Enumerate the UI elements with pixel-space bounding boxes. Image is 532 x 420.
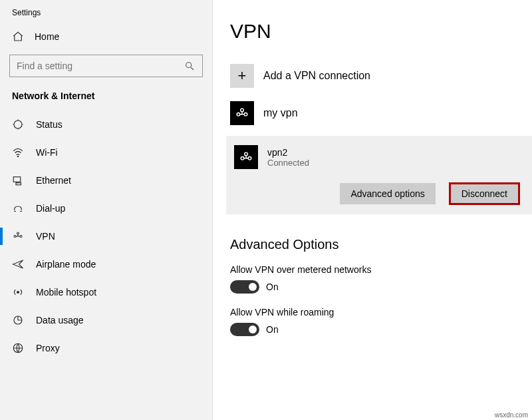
- sidebar-item-label: Status: [36, 119, 63, 130]
- home-button[interactable]: Home: [0, 24, 212, 49]
- svg-rect-3: [13, 177, 21, 182]
- vpn-item-name: my vpn: [263, 107, 298, 119]
- sidebar-item-label: Data usage: [36, 315, 84, 325]
- sidebar-item-airplane[interactable]: Airplane mode: [0, 250, 212, 278]
- disconnect-button[interactable]: Disconnect: [449, 182, 520, 205]
- sidebar-item-label: Airplane mode: [36, 259, 96, 270]
- svg-point-5: [14, 236, 16, 238]
- sidebar-item-status[interactable]: Status: [0, 110, 212, 138]
- svg-point-1: [14, 120, 22, 128]
- add-vpn-label: Add a VPN connection: [263, 70, 370, 82]
- section-label: Network & Internet: [0, 85, 212, 110]
- airplane-icon: [12, 258, 24, 270]
- advanced-options-heading: Advanced Options: [230, 237, 532, 252]
- svg-rect-4: [16, 183, 21, 185]
- add-vpn-button[interactable]: + Add a VPN connection: [226, 61, 532, 91]
- sidebar-item-vpn[interactable]: VPN: [0, 222, 212, 250]
- vpn-item-vpn2[interactable]: vpn2 Connected Advanced options Disconne…: [226, 136, 532, 214]
- status-icon: [12, 118, 24, 130]
- vpn-icon: [12, 230, 24, 242]
- wifi-icon: [12, 146, 24, 158]
- proxy-icon: [12, 342, 24, 354]
- datausage-icon: [12, 314, 24, 326]
- search-field[interactable]: [17, 61, 176, 71]
- svg-point-7: [17, 232, 19, 234]
- watermark: wsxdn.com: [495, 411, 528, 419]
- sidebar-item-proxy[interactable]: Proxy: [0, 334, 212, 362]
- svg-point-12: [244, 113, 247, 116]
- toggle-roaming-state: On: [266, 324, 279, 335]
- svg-point-15: [248, 157, 251, 160]
- sidebar-item-wifi[interactable]: Wi-Fi: [0, 138, 212, 166]
- home-icon: [12, 31, 24, 43]
- sidebar-item-datausage[interactable]: Data usage: [0, 306, 212, 334]
- plus-icon: +: [230, 64, 254, 88]
- hotspot-icon: [12, 286, 24, 298]
- svg-point-0: [186, 63, 192, 68]
- vpn-network-icon: [234, 145, 258, 169]
- dialup-icon: [12, 202, 24, 214]
- sidebar-item-label: Proxy: [36, 343, 60, 353]
- svg-point-6: [20, 236, 22, 238]
- vpn-item-name: vpn2: [267, 147, 309, 158]
- toggle-metered-state: On: [266, 282, 279, 292]
- page-title: VPN: [226, 20, 532, 43]
- svg-point-8: [17, 292, 19, 294]
- svg-point-13: [241, 108, 244, 112]
- toggle-roaming[interactable]: [230, 323, 259, 336]
- option-metered-label: Allow VPN over metered networks: [230, 264, 528, 275]
- svg-point-2: [17, 156, 19, 157]
- sidebar-item-ethernet[interactable]: Ethernet: [0, 166, 212, 194]
- sidebar-item-hotspot[interactable]: Mobile hotspot: [0, 278, 212, 306]
- ethernet-icon: [12, 174, 24, 186]
- vpn-item-status: Connected: [267, 158, 309, 168]
- window-title: Settings: [0, 5, 212, 24]
- sidebar-item-label: Dial-up: [36, 203, 65, 214]
- svg-point-16: [245, 152, 248, 156]
- svg-point-14: [241, 157, 244, 160]
- advanced-options-button[interactable]: Advanced options: [340, 183, 435, 204]
- vpn-network-icon: [230, 101, 254, 125]
- search-icon: [184, 60, 196, 72]
- svg-point-11: [237, 113, 240, 116]
- main-panel: VPN + Add a VPN connection my vpn vpn: [213, 0, 532, 420]
- sidebar-item-label: Wi-Fi: [36, 147, 58, 158]
- sidebar-item-dialup[interactable]: Dial-up: [0, 194, 212, 222]
- toggle-metered[interactable]: [230, 280, 259, 294]
- home-label: Home: [35, 31, 59, 42]
- option-roaming-label: Allow VPN while roaming: [230, 307, 528, 317]
- search-input[interactable]: [9, 55, 203, 77]
- sidebar: Settings Home Network & Internet Status …: [0, 0, 213, 420]
- sidebar-item-label: Ethernet: [36, 175, 71, 186]
- vpn-item-myvpn[interactable]: my vpn: [226, 99, 532, 128]
- sidebar-item-label: VPN: [36, 231, 55, 242]
- sidebar-item-label: Mobile hotspot: [36, 287, 96, 298]
